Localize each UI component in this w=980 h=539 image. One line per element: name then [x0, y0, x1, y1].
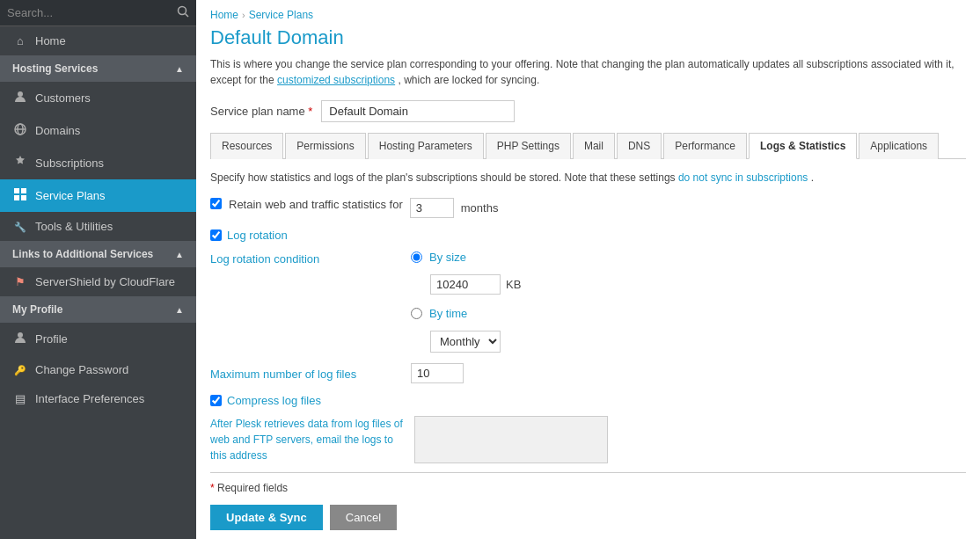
profile-nav-icon [12, 331, 28, 347]
update-sync-button[interactable]: Update & Sync [210, 505, 323, 530]
password-icon [12, 363, 28, 376]
by-size-option: By size [411, 251, 521, 264]
by-time-select[interactable]: Monthly Daily Weekly [430, 331, 501, 353]
required-note: * Required fields [210, 482, 966, 494]
sidebar-item-profile[interactable]: Profile [0, 323, 196, 355]
tools-icon [12, 220, 28, 233]
service-plan-name-label: Service plan name * [210, 105, 312, 118]
sidebar-item-customers[interactable]: Customers [0, 82, 196, 114]
no-sync-text: do not sync in subscriptions [678, 171, 808, 184]
footer-actions: Update & Sync Cancel [210, 505, 966, 530]
log-rotation-checkbox[interactable] [210, 229, 222, 241]
my-profile-header[interactable]: My Profile ▲ [0, 296, 196, 323]
page-description: This is where you change the service pla… [196, 56, 980, 97]
breadcrumb-section[interactable]: Service Plans [249, 9, 313, 21]
svg-rect-6 [14, 188, 19, 193]
log-rotation-row: Log rotation [210, 229, 966, 242]
by-size-radio[interactable] [411, 251, 422, 263]
by-time-option: By time [411, 307, 521, 320]
log-rotation-condition-row: Log rotation condition By size KB By tim… [210, 251, 966, 353]
compress-log-checkbox[interactable] [210, 395, 222, 406]
breadcrumb-home[interactable]: Home [210, 9, 238, 21]
retain-stats-checkbox[interactable] [210, 198, 222, 209]
compress-log-label: Compress log files [227, 394, 321, 407]
tab-resources[interactable]: Resources [210, 133, 283, 159]
sidebar-item-interface-prefs[interactable]: Interface Preferences [0, 384, 196, 413]
svg-line-1 [186, 14, 189, 18]
svg-point-2 [18, 91, 23, 97]
interface-icon [12, 392, 28, 405]
tab-mail[interactable]: Mail [573, 133, 615, 159]
sidebar-item-change-password[interactable]: Change Password [0, 355, 196, 384]
email-label: After Plesk retrieves data from log file… [210, 416, 404, 463]
breadcrumb-separator: › [242, 10, 245, 20]
log-rotation-condition-label: Log rotation condition [210, 251, 404, 266]
customized-subscriptions-link[interactable]: customized subscriptions [277, 74, 395, 86]
max-log-files-row: Maximum number of log files [210, 363, 966, 383]
sidebar-item-domains[interactable]: Domains [0, 114, 196, 147]
sidebar-item-servershield[interactable]: ⚑ ServerShield by CloudFlare [0, 267, 196, 296]
tab-php-settings[interactable]: PHP Settings [486, 133, 571, 159]
tab-performance[interactable]: Performance [663, 133, 747, 159]
search-input[interactable] [7, 6, 177, 19]
tab-content: Specify how statistics and logs of the p… [196, 159, 980, 539]
retain-unit: months [461, 201, 499, 215]
page-title: Default Domain [196, 25, 980, 56]
sidebar: Home Hosting Services ▲ Customers Domain… [0, 0, 196, 539]
by-time-select-row: Monthly Daily Weekly [430, 331, 521, 353]
cancel-button[interactable]: Cancel [330, 505, 397, 530]
log-rotation-label: Log rotation [227, 229, 288, 242]
section-divider [210, 472, 966, 473]
email-input[interactable] [414, 416, 608, 463]
breadcrumb: Home › Service Plans [196, 0, 980, 25]
servershield-icon: ⚑ [12, 275, 28, 288]
by-time-label: By time [429, 307, 467, 320]
links-header[interactable]: Links to Additional Services ▲ [0, 241, 196, 267]
retain-months-input[interactable] [410, 198, 454, 218]
compress-log-row: Compress log files [210, 394, 966, 407]
home-icon [12, 34, 28, 47]
sidebar-item-tools[interactable]: Tools & Utilities [0, 212, 196, 241]
service-plan-name-row: Service plan name * [196, 97, 980, 133]
sidebar-item-subscriptions[interactable]: Subscriptions [0, 147, 196, 179]
customers-icon [12, 90, 28, 106]
max-log-files-label: Maximum number of log files [210, 366, 404, 381]
tab-applications[interactable]: Applications [859, 133, 939, 159]
links-chevron-icon: ▲ [175, 250, 184, 259]
search-box[interactable] [0, 0, 196, 26]
tab-permissions[interactable]: Permissions [285, 133, 365, 159]
by-time-radio[interactable] [411, 308, 422, 319]
by-size-input-row: KB [430, 274, 521, 295]
tab-logs-statistics[interactable]: Logs & Statistics [749, 133, 857, 159]
service-plan-name-input[interactable] [321, 100, 515, 122]
retain-stats-row: Retain web and traffic statistics for mo… [210, 198, 966, 218]
by-size-unit: KB [506, 278, 521, 291]
by-size-label: By size [429, 251, 466, 264]
max-log-files-input[interactable] [411, 363, 464, 383]
subscriptions-icon [12, 155, 28, 171]
retain-stats-label: Retain web and traffic statistics for [229, 198, 403, 211]
sidebar-item-service-plans[interactable]: Service Plans [0, 179, 196, 212]
service-plans-icon [12, 187, 28, 204]
required-star: * [210, 482, 215, 494]
svg-rect-7 [21, 188, 26, 193]
profile-chevron-icon: ▲ [175, 305, 184, 315]
required-text: Required fields [217, 482, 288, 494]
chevron-up-icon: ▲ [175, 64, 184, 74]
svg-point-0 [179, 7, 186, 15]
svg-rect-8 [14, 195, 19, 200]
tab-dns[interactable]: DNS [617, 133, 662, 159]
tabs-bar: Resources Permissions Hosting Parameters… [210, 133, 966, 159]
by-size-input[interactable] [430, 274, 501, 295]
search-icon [177, 5, 189, 20]
sidebar-item-home[interactable]: Home [0, 26, 196, 55]
svg-rect-9 [21, 195, 26, 200]
hosting-services-header[interactable]: Hosting Services ▲ [0, 55, 196, 82]
email-section: After Plesk retrieves data from log file… [210, 416, 966, 463]
domains-icon [12, 122, 28, 139]
tab-hosting-parameters[interactable]: Hosting Parameters [368, 133, 484, 159]
required-asterisk: * [308, 105, 312, 118]
log-rotation-options: By size KB By time Monthly Daily Weekly [411, 251, 521, 353]
main-content: Home › Service Plans Default Domain This… [196, 0, 980, 539]
tab-description: Specify how statistics and logs of the p… [210, 170, 966, 186]
